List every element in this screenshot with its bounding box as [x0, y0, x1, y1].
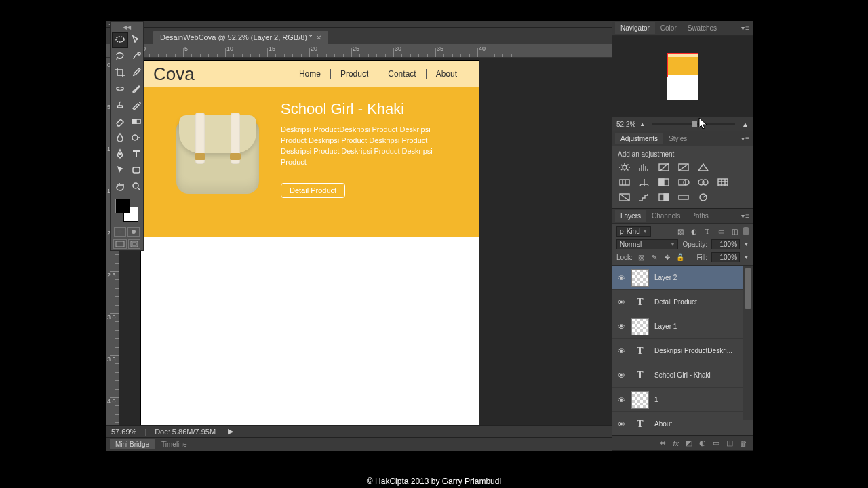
status-menu-icon[interactable]: ▶ [228, 427, 233, 436]
quick-select-tool[interactable] [128, 48, 144, 64]
exposure-adj-icon[interactable] [677, 162, 690, 173]
clone-stamp-tool[interactable] [112, 97, 128, 113]
history-brush-tool[interactable] [128, 97, 144, 113]
lasso-tool[interactable] [112, 32, 128, 48]
visibility-toggle[interactable]: 👁 [616, 420, 626, 428]
fill-input[interactable]: 100% [711, 252, 740, 262]
lookup-adj-icon[interactable] [716, 177, 730, 188]
eraser-tool[interactable] [112, 113, 128, 129]
layer-row[interactable]: 👁TDetail Product [612, 290, 753, 314]
collapse-toolbox-icon[interactable]: ◀◀ [112, 23, 142, 32]
dodge-tool[interactable] [128, 129, 144, 146]
move-tool[interactable] [128, 32, 144, 48]
color-balance-icon[interactable] [637, 177, 651, 188]
zoom-out-icon[interactable]: ▲ [639, 121, 645, 127]
tab-navigator[interactable]: Navigator [615, 22, 655, 34]
threshold-adj-icon[interactable] [657, 192, 671, 203]
brightness-icon[interactable] [618, 162, 631, 173]
crop-tool[interactable] [112, 64, 128, 81]
invert-adj-icon[interactable] [618, 192, 631, 203]
document-tab[interactable]: DesainWebCova @ 52.2% (Layer 2, RGB/8) *… [153, 30, 328, 44]
lasso-free-tool[interactable] [112, 48, 128, 64]
tab-styles[interactable]: Styles [663, 133, 692, 144]
visibility-toggle[interactable]: 👁 [616, 274, 626, 282]
curves-adj-icon[interactable] [657, 162, 671, 173]
blur-tool[interactable] [112, 129, 128, 146]
visibility-toggle[interactable]: 👁 [616, 371, 626, 380]
opacity-input[interactable]: 100% [711, 239, 740, 249]
close-tab-icon[interactable]: ✕ [316, 34, 321, 41]
tab-paths[interactable]: Paths [686, 210, 714, 222]
document-canvas[interactable]: Cova Home Product Contact About [141, 61, 479, 426]
tab-layers[interactable]: Layers [615, 210, 646, 222]
layer-row[interactable]: 👁TDeskripsi ProductDeskri... [612, 339, 753, 363]
brush-tool[interactable] [128, 81, 144, 97]
lock-position-icon[interactable]: ✥ [663, 253, 672, 262]
layer-row[interactable]: 👁1 [612, 388, 753, 412]
tab-color[interactable]: Color [655, 22, 682, 34]
layers-scrollbar[interactable] [743, 266, 753, 420]
visibility-toggle[interactable]: 👁 [616, 298, 626, 306]
layer-row[interactable]: 👁TAbout [612, 412, 753, 435]
new-layer-icon[interactable]: ◫ [726, 439, 733, 447]
panel-menu-icon[interactable]: ▾≡ [741, 212, 750, 220]
levels-adj-icon[interactable] [637, 162, 651, 173]
text-tool[interactable] [128, 146, 144, 162]
tab-mini-bridge[interactable]: Mini Bridge [110, 439, 155, 449]
tab-channels[interactable]: Channels [646, 210, 686, 222]
posterize-adj-icon[interactable] [637, 192, 651, 203]
layer-row[interactable]: 👁Layer 2 [612, 266, 753, 290]
fill-stepper[interactable]: ▼ [744, 255, 749, 260]
pen-tool[interactable] [112, 146, 128, 162]
shape-tool[interactable] [128, 162, 144, 178]
filter-shape-icon[interactable]: ▭ [716, 227, 726, 237]
new-group-icon[interactable]: ▭ [713, 439, 719, 447]
filter-adjust-icon[interactable]: ◐ [689, 227, 698, 237]
photo-filter-icon[interactable] [677, 177, 690, 188]
gradient-map-icon[interactable] [677, 192, 690, 203]
delete-layer-icon[interactable]: 🗑 [740, 439, 747, 447]
opacity-stepper[interactable]: ▼ [744, 242, 749, 247]
bw-adj-icon[interactable] [657, 177, 671, 188]
eyedropper-tool[interactable] [128, 64, 144, 81]
vibrance-adj-icon[interactable] [696, 162, 710, 173]
foreground-color-swatch[interactable] [115, 199, 130, 214]
standard-mode-icon[interactable] [114, 227, 126, 237]
gradient-tool[interactable] [128, 113, 144, 129]
visibility-toggle[interactable]: 👁 [616, 396, 626, 404]
zoom-in-icon[interactable]: ▲ [742, 121, 749, 128]
layer-mask-icon[interactable]: ◩ [686, 439, 692, 447]
zoom-tool[interactable] [128, 178, 144, 195]
layer-row[interactable]: 👁Layer 1 [612, 314, 753, 339]
blend-mode-select[interactable]: Normal▼ [616, 239, 678, 249]
navigator-preview[interactable] [612, 36, 753, 117]
tab-adjustments[interactable]: Adjustments [615, 133, 663, 144]
quickmask-mode-icon[interactable] [127, 227, 140, 237]
color-swatches[interactable] [115, 199, 138, 222]
layer-filter-kind[interactable]: ρKind▼ [616, 226, 651, 237]
healing-brush-tool[interactable] [112, 81, 128, 97]
filter-text-icon[interactable]: T [703, 227, 712, 237]
filter-smart-icon[interactable]: ◫ [730, 227, 739, 237]
lock-transparency-icon[interactable]: ▨ [637, 253, 646, 262]
lock-pixels-icon[interactable]: ✎ [650, 253, 659, 262]
visibility-toggle[interactable]: 👁 [616, 347, 626, 355]
zoom-readout[interactable]: 57.69% [111, 428, 136, 436]
layer-row[interactable]: 👁TSchool Girl - Khaki [612, 363, 753, 388]
panel-menu-icon[interactable]: ▾≡ [741, 24, 750, 32]
link-layers-icon[interactable]: ⇔ [660, 439, 666, 447]
navigator-zoom-slider[interactable] [652, 123, 735, 125]
navigator-zoom-value[interactable]: 52.2% [616, 121, 635, 128]
panel-menu-icon[interactable]: ▾≡ [741, 135, 750, 142]
hand-tool[interactable] [112, 178, 128, 195]
filter-toggle[interactable] [743, 227, 749, 235]
new-fill-adj-icon[interactable]: ◐ [699, 439, 706, 447]
filter-pixel-icon[interactable]: ▧ [675, 227, 685, 237]
tab-swatches[interactable]: Swatches [682, 22, 722, 34]
selective-color-icon[interactable] [696, 192, 710, 203]
lock-all-icon[interactable]: 🔒 [675, 253, 685, 262]
visibility-toggle[interactable]: 👁 [616, 323, 626, 331]
screen-mode-alt-icon[interactable] [128, 239, 140, 249]
screen-mode-icon[interactable] [113, 239, 127, 249]
channel-mixer-icon[interactable] [696, 177, 710, 188]
